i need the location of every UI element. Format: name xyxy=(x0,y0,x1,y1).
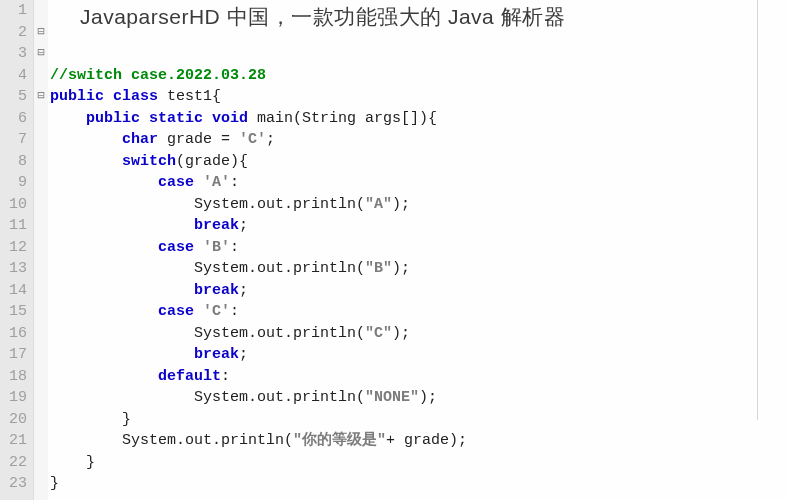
fold-toggle-icon[interactable]: ⊟ xyxy=(34,22,48,44)
code-line[interactable]: System.out.println("你的等级是"+ grade); xyxy=(50,430,786,452)
fold-empty xyxy=(34,301,48,323)
fold-empty xyxy=(34,65,48,87)
fold-empty xyxy=(34,172,48,194)
code-line[interactable]: } xyxy=(50,473,786,495)
code-line[interactable]: break; xyxy=(50,280,786,302)
line-number: 11 xyxy=(0,215,27,237)
fold-empty xyxy=(34,0,48,22)
code-line[interactable]: case 'B': xyxy=(50,237,786,259)
fold-toggle-icon[interactable]: ⊟ xyxy=(34,43,48,65)
line-number: 22 xyxy=(0,452,27,474)
fold-empty xyxy=(34,151,48,173)
code-line[interactable]: System.out.println("B"); xyxy=(50,258,786,280)
line-number: 15 xyxy=(0,301,27,323)
overlay-title: JavaparserHD 中国，一款功能强大的 Java 解析器 xyxy=(80,3,565,31)
code-line[interactable]: public static void main(String args[]){ xyxy=(50,108,786,130)
line-number: 23 xyxy=(0,473,27,495)
line-number: 12 xyxy=(0,237,27,259)
fold-empty xyxy=(34,387,48,409)
line-number: 18 xyxy=(0,366,27,388)
fold-empty xyxy=(34,280,48,302)
line-number: 10 xyxy=(0,194,27,216)
code-line[interactable]: public class test1{ xyxy=(50,86,786,108)
line-number: 17 xyxy=(0,344,27,366)
code-line[interactable]: } xyxy=(50,452,786,474)
fold-empty xyxy=(34,409,48,431)
line-number: 2 xyxy=(0,22,27,44)
code-line[interactable]: } xyxy=(50,409,786,431)
code-line[interactable]: System.out.println("NONE"); xyxy=(50,387,786,409)
line-number: 8 xyxy=(0,151,27,173)
code-line[interactable]: break; xyxy=(50,215,786,237)
code-line[interactable]: break; xyxy=(50,344,786,366)
fold-empty xyxy=(34,323,48,345)
code-line[interactable]: case 'C': xyxy=(50,301,786,323)
fold-empty xyxy=(34,366,48,388)
code-line[interactable]: System.out.println("A"); xyxy=(50,194,786,216)
code-line[interactable]: switch(grade){ xyxy=(50,151,786,173)
fold-empty xyxy=(34,473,48,495)
fold-empty xyxy=(34,452,48,474)
fold-empty xyxy=(34,344,48,366)
line-number: 4 xyxy=(0,65,27,87)
code-line[interactable] xyxy=(50,495,786,501)
line-number-gutter: 1234567891011121314151617181920212223 xyxy=(0,0,34,500)
fold-empty xyxy=(34,194,48,216)
line-number: 1 xyxy=(0,0,27,22)
line-number: 13 xyxy=(0,258,27,280)
line-number: 14 xyxy=(0,280,27,302)
code-editor: 1234567891011121314151617181920212223 ⊟⊟… xyxy=(0,0,786,500)
line-number: 9 xyxy=(0,172,27,194)
code-line[interactable]: case 'A': xyxy=(50,172,786,194)
line-number: 5 xyxy=(0,86,27,108)
fold-toggle-icon[interactable]: ⊟ xyxy=(34,86,48,108)
line-number: 16 xyxy=(0,323,27,345)
code-line[interactable]: default: xyxy=(50,366,786,388)
fold-empty xyxy=(34,108,48,130)
fold-empty xyxy=(34,215,48,237)
line-number: 20 xyxy=(0,409,27,431)
code-line[interactable]: System.out.println("C"); xyxy=(50,323,786,345)
line-number: 6 xyxy=(0,108,27,130)
line-number: 3 xyxy=(0,43,27,65)
code-line[interactable]: char grade = 'C'; xyxy=(50,129,786,151)
fold-empty xyxy=(34,237,48,259)
line-number: 21 xyxy=(0,430,27,452)
fold-empty xyxy=(34,430,48,452)
fold-column: ⊟⊟⊟ xyxy=(34,0,48,500)
fold-empty xyxy=(34,258,48,280)
line-number: 19 xyxy=(0,387,27,409)
code-line[interactable]: //switch case.2022.03.28 xyxy=(50,65,786,87)
line-number: 7 xyxy=(0,129,27,151)
fold-empty xyxy=(34,129,48,151)
right-margin-line xyxy=(757,0,758,420)
code-area[interactable]: //switch case.2022.03.28public class tes… xyxy=(48,0,786,500)
